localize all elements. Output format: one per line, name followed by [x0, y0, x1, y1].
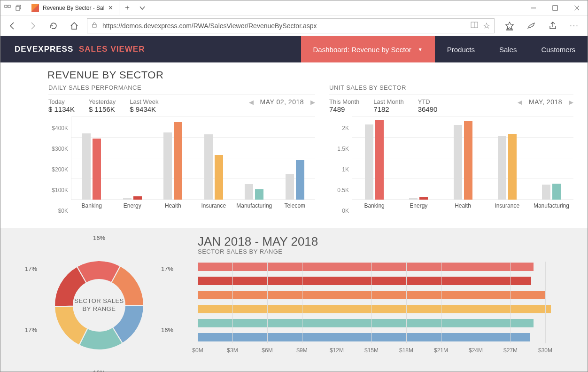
range-subtitle: SECTOR SALES BY RANGE — [198, 248, 564, 255]
category-label: Health — [153, 202, 193, 209]
bar-current[interactable] — [133, 196, 142, 200]
bar-current[interactable] — [508, 134, 517, 200]
bar-prev[interactable] — [123, 198, 132, 200]
lock-icon — [91, 22, 98, 30]
refresh-button[interactable] — [46, 18, 62, 34]
bar-prev[interactable] — [454, 125, 462, 200]
category-label: Insurance — [193, 202, 234, 209]
bar-current[interactable] — [296, 160, 304, 200]
new-tab-button[interactable]: ＋ — [119, 0, 135, 15]
home-button[interactable] — [66, 18, 82, 34]
metric-ytd: YTD 36490 — [418, 98, 438, 113]
bar-prev[interactable] — [409, 198, 418, 200]
browser-tab[interactable]: Revenue By Sector - Sal ✕ — [26, 0, 119, 15]
metric-label: This Month — [329, 98, 359, 105]
donut-center-label: SECTOR SALES BY RANGE — [74, 297, 124, 313]
close-tab-button[interactable]: ✕ — [108, 4, 113, 11]
more-menu-button[interactable]: ··· — [565, 18, 584, 34]
back-button[interactable] — [4, 18, 20, 34]
units-date-nav: ◀ MAY, 2018 ▶ — [518, 98, 573, 106]
bar-current[interactable] — [552, 184, 561, 200]
bar-prev[interactable] — [498, 136, 506, 200]
y-tick: $0K — [58, 208, 68, 214]
metric-label: YTD — [418, 98, 438, 105]
next-date-button[interactable]: ▶ — [569, 99, 573, 106]
bar-current[interactable] — [215, 155, 223, 200]
metric-label: Yesterday — [89, 98, 116, 105]
metric-value: $ 1156K — [89, 105, 116, 113]
window-cascade-icon[interactable] — [15, 5, 22, 11]
bar-current[interactable] — [174, 122, 182, 200]
daily-date-label: MAY 02, 2018 — [260, 98, 304, 106]
daily-sales-chart[interactable]: $0K$100K$200K$300K$400K BankingEnergyHea… — [48, 117, 315, 211]
svg-rect-1 — [8, 5, 10, 8]
brand-text-2: SALES VIEWER — [79, 45, 145, 54]
category-label: Energy — [396, 202, 441, 209]
donut-pct-r: 16% — [161, 326, 173, 333]
y-tick: 2K — [342, 125, 349, 132]
bar-current[interactable] — [464, 121, 472, 200]
hbar[interactable] — [198, 333, 530, 341]
maximize-button[interactable] — [544, 0, 566, 15]
bar-current[interactable] — [375, 120, 384, 200]
hbar[interactable] — [198, 319, 534, 327]
bar-current[interactable] — [255, 189, 263, 200]
nav-sales[interactable]: Sales — [487, 36, 529, 62]
svg-rect-0 — [5, 5, 7, 8]
favorite-star-icon[interactable]: ☆ — [483, 21, 490, 31]
x-tick: $6M — [262, 347, 272, 354]
category-label: Manufacturing — [529, 202, 573, 209]
bar-prev[interactable] — [286, 174, 294, 200]
y-tick: $200K — [52, 166, 68, 173]
bar-current[interactable] — [93, 139, 101, 200]
minimize-button[interactable] — [523, 0, 544, 15]
prev-date-button[interactable]: ◀ — [518, 99, 522, 106]
tab-title: Revenue By Sector - Sal — [43, 5, 104, 11]
hbar[interactable] — [198, 305, 551, 313]
tabs-dropdown-button[interactable] — [135, 0, 149, 15]
favorites-button[interactable] — [500, 18, 519, 34]
app-drawer-icon[interactable] — [4, 5, 11, 11]
share-button[interactable] — [543, 18, 562, 34]
nav-dashboard-label: Dashboard: Revenue by Sector — [313, 46, 411, 54]
x-tick: $12M — [330, 347, 344, 354]
svg-rect-3 — [16, 7, 20, 10]
reader-mode-icon[interactable] — [471, 22, 478, 30]
window-controls — [523, 0, 588, 15]
nav-dashboard[interactable]: Dashboard: Revenue by Sector ▼ — [301, 36, 435, 62]
unit-sales-chart[interactable]: 0K0.5K1K1.5K2K BankingEnergyHealthInsura… — [329, 117, 573, 211]
forward-button[interactable] — [25, 18, 41, 34]
bar-prev[interactable] — [542, 185, 550, 200]
chevron-down-icon: ▼ — [418, 47, 423, 52]
close-window-button[interactable] — [566, 0, 588, 15]
lower-section: SECTOR SALES BY RANGE 16% 17% 16% 16% 17… — [0, 228, 588, 372]
tab-favicon-icon — [31, 4, 39, 12]
range-title: JAN 2018 - MAY 2018 — [198, 234, 564, 249]
hbar[interactable] — [198, 277, 531, 285]
next-date-button[interactable]: ▶ — [310, 99, 315, 106]
donut-chart[interactable]: SECTOR SALES BY RANGE 16% 17% 16% 16% 17… — [15, 232, 184, 372]
notes-button[interactable] — [522, 18, 541, 34]
prev-date-button[interactable]: ◀ — [249, 99, 254, 106]
nav-customers[interactable]: Customers — [529, 36, 588, 62]
range-hbar-chart[interactable]: $0M$3M$6M$9M$12M$15M$18M$21M$24M$27M$30M — [198, 262, 564, 356]
bar-current[interactable] — [419, 197, 428, 200]
category-label: Banking — [352, 202, 396, 209]
donut-center-1: SECTOR SALES — [74, 297, 124, 305]
metric-label: Last Week — [130, 98, 158, 105]
metric-label: Last Month — [373, 98, 403, 105]
url-field[interactable]: https://demos.devexpress.com/RWA/SalesVi… — [87, 18, 495, 33]
bar-prev[interactable] — [365, 124, 373, 200]
hbar[interactable] — [198, 263, 534, 271]
metric-value: 7182 — [373, 105, 403, 113]
bar-prev[interactable] — [82, 133, 91, 200]
window-left-buttons — [0, 0, 26, 15]
donut-pct-bl: 17% — [25, 326, 37, 333]
nav-products[interactable]: Products — [435, 36, 487, 62]
svg-rect-5 — [553, 6, 557, 10]
bar-prev[interactable] — [163, 132, 172, 200]
browser-address-bar: https://demos.devexpress.com/RWA/SalesVi… — [0, 16, 588, 36]
donut-pct-tr: 17% — [161, 265, 173, 272]
bar-prev[interactable] — [204, 134, 213, 200]
bar-prev[interactable] — [245, 184, 253, 200]
